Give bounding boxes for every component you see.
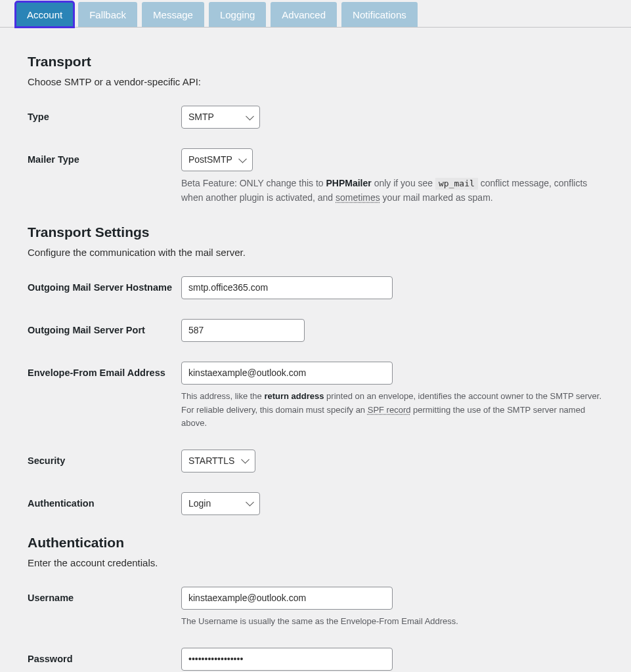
username-help: The Username is usually the same as the …	[181, 615, 601, 628]
row-authentication: Authentication Login	[28, 492, 603, 515]
port-label: Outgoing Mail Server Port	[28, 319, 181, 337]
row-mailer-type: Mailer Type PostSMTP Beta Feature: ONLY …	[28, 148, 603, 205]
tab-bar: Account Fallback Message Logging Advance…	[0, 0, 631, 28]
mailer-type-select[interactable]: PostSMTP	[181, 148, 253, 171]
row-envelope: Envelope-From Email Address This address…	[28, 362, 603, 429]
username-input[interactable]	[181, 587, 393, 610]
hostname-label: Outgoing Mail Server Hostname	[28, 276, 181, 294]
row-type: Type SMTP	[28, 106, 603, 129]
security-label: Security	[28, 450, 181, 467]
mailer-type-label: Mailer Type	[28, 148, 181, 166]
row-password: Password	[28, 648, 603, 671]
row-username: Username The Username is usually the sam…	[28, 587, 603, 628]
settings-page: Account Fallback Message Logging Advance…	[0, 0, 631, 672]
authentication-select[interactable]: Login	[181, 492, 260, 515]
envelope-label: Envelope-From Email Address	[28, 362, 181, 379]
tab-notifications[interactable]: Notifications	[341, 2, 418, 27]
transport-heading: Transport	[28, 54, 603, 70]
envelope-input[interactable]	[181, 362, 393, 385]
tab-account[interactable]: Account	[16, 2, 74, 27]
authentication-label: Authentication	[28, 492, 181, 510]
hostname-input[interactable]	[181, 276, 393, 299]
security-select[interactable]: STARTTLS	[181, 450, 255, 472]
mailer-type-help: Beta Feature: ONLY change this to PHPMai…	[181, 177, 601, 205]
password-input[interactable]	[181, 648, 393, 671]
tab-fallback[interactable]: Fallback	[78, 2, 137, 27]
port-input[interactable]	[181, 319, 305, 342]
authentication-heading: Authentication	[28, 535, 603, 551]
row-hostname: Outgoing Mail Server Hostname	[28, 276, 603, 299]
transport-settings-heading: Transport Settings	[28, 224, 603, 240]
authentication-desc: Enter the account credentials.	[28, 557, 603, 568]
type-select[interactable]: SMTP	[181, 106, 260, 129]
type-label: Type	[28, 106, 181, 123]
row-port: Outgoing Mail Server Port	[28, 319, 603, 342]
username-label: Username	[28, 587, 181, 604]
tab-logging[interactable]: Logging	[209, 2, 266, 27]
tab-message[interactable]: Message	[142, 2, 204, 27]
row-security: Security STARTTLS	[28, 450, 603, 472]
envelope-help: This address, like the return address pr…	[181, 390, 601, 429]
tab-advanced[interactable]: Advanced	[271, 2, 337, 27]
transport-settings-desc: Configure the communication with the mai…	[28, 247, 603, 258]
tab-content: Transport Choose SMTP or a vendor-specif…	[0, 28, 631, 672]
password-label: Password	[28, 648, 181, 665]
transport-desc: Choose SMTP or a vendor-specific API:	[28, 76, 603, 87]
